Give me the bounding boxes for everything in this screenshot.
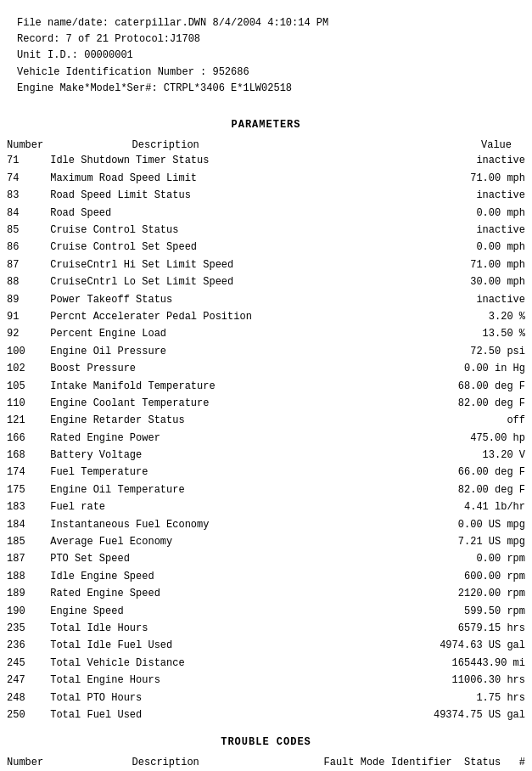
param-number: 87 xyxy=(3,256,47,273)
param-value: 7.21 US mpg xyxy=(284,534,529,551)
param-value: inactive xyxy=(284,291,529,308)
param-number: 86 xyxy=(3,239,47,256)
param-description: Idle Shutdown Timer Status xyxy=(47,153,284,170)
param-description: Boost Pressure xyxy=(47,361,284,378)
param-value: 71.00 mph xyxy=(284,256,529,273)
table-row: 87 CruiseCntrl Hi Set Limit Speed 71.00 … xyxy=(3,256,529,273)
table-row: 92 Percent Engine Load 13.50 % xyxy=(3,326,529,343)
header-line2: Record: 7 of 21 Protocol:J1708 xyxy=(17,31,515,48)
param-value: 0.00 in Hg xyxy=(284,361,529,378)
table-row: 100 Engine Oil Pressure 72.50 psi xyxy=(3,343,529,360)
param-description: Total Vehicle Distance xyxy=(47,655,284,672)
param-number: 85 xyxy=(3,222,47,239)
param-description: Intake Manifold Temperature xyxy=(47,378,284,395)
param-number: 105 xyxy=(3,378,47,395)
param-number: 190 xyxy=(3,603,47,620)
param-description: Total Idle Fuel Used xyxy=(47,638,284,655)
param-description: Total Fuel Used xyxy=(47,706,284,723)
param-description: Fuel Temperature xyxy=(47,464,284,481)
param-value: 13.20 V xyxy=(284,447,529,464)
table-row: 185 Average Fuel Economy 7.21 US mpg xyxy=(3,534,529,551)
param-value: 0.00 rpm xyxy=(284,551,529,568)
param-number: 100 xyxy=(3,343,47,360)
param-value: inactive xyxy=(284,153,529,170)
param-description: Road Speed xyxy=(47,205,284,222)
table-row: 105 Intake Manifold Temperature 68.00 de… xyxy=(3,378,529,395)
param-number: 184 xyxy=(3,516,47,533)
table-row: 91 Percnt Accelerater Pedal Position 3.2… xyxy=(3,308,529,325)
table-row: 166 Rated Engine Power 475.00 hp xyxy=(3,430,529,447)
param-description: Percent Engine Load xyxy=(47,326,284,343)
trouble-section: TROUBLE CODES Number Description Fault M… xyxy=(0,736,532,771)
param-value: 82.00 deg F xyxy=(284,395,529,412)
param-number: 235 xyxy=(3,620,47,637)
param-description: Fuel rate xyxy=(47,499,284,516)
table-row: 245 Total Vehicle Distance 165443.90 mi xyxy=(3,655,529,672)
trouble-col-status: Status xyxy=(461,755,512,770)
param-description: Battery Voltage xyxy=(47,447,284,464)
param-value: 2120.00 rpm xyxy=(284,586,529,603)
table-row: 89 Power Takeoff Status inactive xyxy=(3,291,529,308)
param-value: off xyxy=(284,413,529,430)
table-row: 88 CruiseCntrl Lo Set Limit Speed 30.00 … xyxy=(3,274,529,291)
table-row: 183 Fuel rate 4.41 lb/hr xyxy=(3,499,529,516)
col-header-description: Description xyxy=(47,138,284,153)
param-value: 30.00 mph xyxy=(284,274,529,291)
table-row: 188 Idle Engine Speed 600.00 rpm xyxy=(3,568,529,585)
table-row: 86 Cruise Control Set Speed 0.00 mph xyxy=(3,239,529,256)
param-number: 188 xyxy=(3,568,47,585)
param-value: 0.00 mph xyxy=(284,205,529,222)
param-number: 245 xyxy=(3,655,47,672)
col-header-number: Number xyxy=(3,138,47,153)
param-number: 185 xyxy=(3,534,47,551)
table-row: 102 Boost Pressure 0.00 in Hg xyxy=(3,361,529,378)
trouble-col-fmi: Fault Mode Identifier xyxy=(284,755,461,770)
col-header-value: Value xyxy=(284,138,529,153)
table-row: 110 Engine Coolant Temperature 82.00 deg… xyxy=(3,395,529,412)
param-description: Rated Engine Power xyxy=(47,430,284,447)
param-number: 121 xyxy=(3,413,47,430)
param-description: Total Engine Hours xyxy=(47,673,284,689)
table-row: 190 Engine Speed 599.50 rpm xyxy=(3,603,529,620)
param-description: Instantaneous Fuel Economy xyxy=(47,516,284,533)
param-number: 174 xyxy=(3,464,47,481)
param-description: Cruise Control Set Speed xyxy=(47,239,284,256)
param-value: 66.00 deg F xyxy=(284,464,529,481)
param-number: 175 xyxy=(3,481,47,498)
trouble-col-number: Number xyxy=(3,755,47,770)
table-row: 85 Cruise Control Status inactive xyxy=(3,222,529,239)
param-value: 72.50 psi xyxy=(284,343,529,360)
param-value: 0.00 US mpg xyxy=(284,516,529,533)
param-description: Total PTO Hours xyxy=(47,689,284,706)
param-value: 68.00 deg F xyxy=(284,378,529,395)
param-value: 82.00 deg F xyxy=(284,481,529,498)
param-number: 189 xyxy=(3,586,47,603)
table-row: 174 Fuel Temperature 66.00 deg F xyxy=(3,464,529,481)
parameters-title: PARAMETERS xyxy=(0,119,532,131)
table-row: 168 Battery Voltage 13.20 V xyxy=(3,447,529,464)
param-description: Total Idle Hours xyxy=(47,620,284,637)
param-number: 166 xyxy=(3,430,47,447)
param-value: 1.75 hrs xyxy=(284,689,529,706)
param-value: 71.00 mph xyxy=(284,170,529,187)
param-value: 599.50 rpm xyxy=(284,603,529,620)
param-description: PTO Set Speed xyxy=(47,551,284,568)
param-description: Engine Coolant Temperature xyxy=(47,395,284,412)
table-row: 236 Total Idle Fuel Used 4974.63 US gal xyxy=(3,638,529,655)
param-description: Engine Retarder Status xyxy=(47,413,284,430)
parameters-table-container: Number Description Value 71 Idle Shutdow… xyxy=(0,138,532,724)
header-line4: Vehicle Identification Number : 952686 xyxy=(17,65,515,81)
param-description: Rated Engine Speed xyxy=(47,586,284,603)
param-description: Maximum Road Speed Limit xyxy=(47,170,284,187)
trouble-col-hash: # xyxy=(512,755,529,770)
param-description: Engine Oil Pressure xyxy=(47,343,284,360)
param-value: 165443.90 mi xyxy=(284,655,529,672)
param-number: 84 xyxy=(3,205,47,222)
table-row: 235 Total Idle Hours 6579.15 hrs xyxy=(3,620,529,637)
param-description: Average Fuel Economy xyxy=(47,534,284,551)
param-description: Road Speed Limit Status xyxy=(47,188,284,205)
table-row: 71 Idle Shutdown Timer Status inactive xyxy=(3,153,529,170)
param-description: Engine Speed xyxy=(47,603,284,620)
param-number: 102 xyxy=(3,361,47,378)
param-description: Idle Engine Speed xyxy=(47,568,284,585)
